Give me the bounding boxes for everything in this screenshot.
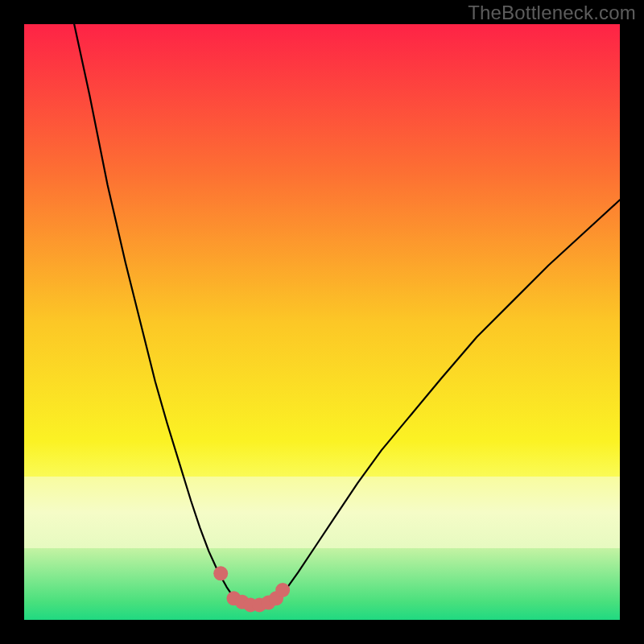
highlight-dot: [275, 583, 290, 597]
bottleneck-chart: [0, 0, 644, 644]
watermark-text: TheBottleneck.com: [468, 2, 636, 24]
chart-frame: TheBottleneck.com: [0, 0, 644, 644]
highlight-dot: [213, 566, 228, 580]
gradient-background: [24, 24, 620, 620]
